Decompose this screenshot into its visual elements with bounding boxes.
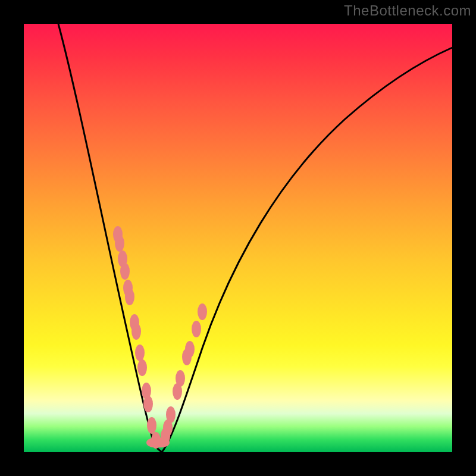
marker-dot [192,321,201,337]
bottleneck-curve-right [162,48,452,452]
marker-dot [135,345,145,361]
marker-dot [147,417,156,434]
marker-dot [125,289,134,305]
marker-dot [185,341,195,358]
marker-dot [176,370,185,387]
curve-layer [24,24,452,452]
marker-dot [137,359,147,376]
marker-group [113,226,207,449]
marker-dot [198,303,207,320]
marker-dot [115,235,124,252]
watermark-text: TheBottleneck.com [344,2,471,19]
marker-dot [131,323,141,340]
marker-dot [166,406,176,423]
chart-frame: TheBottleneck.com [0,0,476,476]
marker-dot [120,263,130,280]
plot-area [24,24,452,452]
marker-dot [143,396,153,412]
